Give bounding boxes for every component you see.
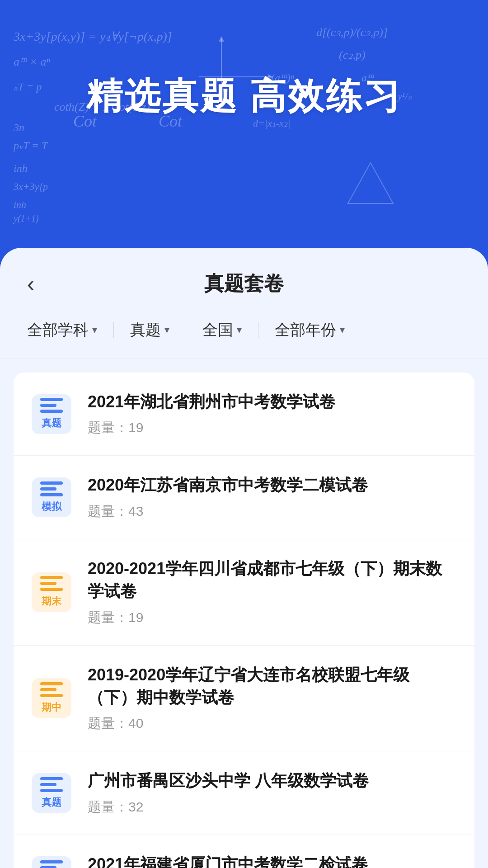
item-title: 广州市番禺区沙头中学 八年级数学试卷 (88, 769, 456, 792)
count-label: 题量： (88, 504, 128, 519)
badge-label: 真题 (42, 796, 61, 809)
count-value: 43 (128, 504, 143, 519)
item-content: 广州市番禺区沙头中学 八年级数学试卷 题量：32 (88, 769, 456, 816)
filter-region-arrow: ▾ (237, 324, 242, 336)
hero-title: 精选真题 高效练习 (0, 0, 488, 121)
badge-moni: 模拟 (32, 477, 71, 517)
card-header: ‹ 真题套卷 (0, 248, 488, 311)
filter-subject-label: 全部学科 (27, 320, 89, 340)
badge-label: 期末 (42, 594, 61, 608)
svg-text:y(1+1): y(1+1) (13, 213, 39, 224)
back-button[interactable]: ‹ (27, 271, 54, 296)
item-content: 2021年福建省厦门市中考数学二检试卷 题量： (88, 853, 456, 868)
filter-year[interactable]: 全部年份 ▾ (275, 315, 345, 345)
filter-region[interactable]: 全国 ▾ (202, 315, 242, 345)
filter-type-arrow: ▾ (164, 324, 169, 336)
item-title: 2020年江苏省南京市中考数学二模试卷 (88, 474, 456, 496)
badge-icon (40, 398, 63, 413)
page-title: 真题套卷 (54, 270, 434, 297)
item-meta: 题量：40 (88, 714, 456, 733)
count-value: 40 (128, 716, 143, 731)
count-label: 题量： (88, 799, 128, 814)
badge-qizhong: 期中 (32, 678, 71, 718)
count-label: 题量： (88, 610, 128, 625)
item-title: 2020-2021学年四川省成都市七年级（下）期末数学试卷 (88, 557, 456, 603)
item-content: 2020-2021学年四川省成都市七年级（下）期末数学试卷 题量：19 (88, 557, 456, 627)
filter-type[interactable]: 真题 ▾ (130, 315, 169, 345)
item-meta: 题量：19 (88, 609, 456, 627)
item-title: 2021年湖北省荆州市中考数学试卷 (88, 391, 456, 413)
badge-label: 期中 (42, 701, 61, 714)
count-label: 题量： (88, 716, 128, 731)
badge-icon (40, 481, 63, 496)
badge-icon (40, 682, 63, 697)
list-item[interactable]: 模拟 2020年江苏省南京市中考数学二模试卷 题量：43 (14, 456, 474, 539)
svg-text:3n: 3n (13, 122, 24, 133)
filter-type-label: 真题 (130, 320, 161, 340)
item-content: 2021年湖北省荆州市中考数学试卷 题量：19 (88, 391, 456, 437)
badge-label: 模拟 (42, 500, 61, 514)
list-item[interactable]: 真题 2021年湖北省荆州市中考数学试卷 题量：19 (14, 373, 474, 456)
item-title: 2019-2020学年辽宁省大连市名校联盟七年级（下）期中数学试卷 (88, 664, 456, 709)
badge-qimo: 期末 (32, 572, 71, 612)
badge-zhenti: 真题 (32, 394, 71, 434)
badge-icon (40, 777, 63, 792)
filter-year-arrow: ▾ (340, 324, 345, 336)
item-meta: 题量：19 (88, 419, 456, 437)
item-content: 2019-2020学年辽宁省大连市名校联盟七年级（下）期中数学试卷 题量：40 (88, 664, 456, 733)
svg-text:inh: inh (14, 162, 28, 174)
filter-divider-3 (258, 322, 258, 338)
filter-bar: 全部学科 ▾ 真题 ▾ 全国 ▾ 全部年份 ▾ (0, 311, 488, 359)
list-item[interactable]: 期末 2020-2021学年四川省成都市七年级（下）期末数学试卷 题量：19 (14, 539, 474, 646)
item-meta: 题量：32 (88, 798, 456, 816)
exam-list: 真题 2021年湖北省荆州市中考数学试卷 题量：19 模拟 2020年江苏省南 (14, 373, 474, 868)
filter-region-label: 全国 (202, 320, 233, 340)
count-value: 19 (128, 610, 143, 625)
badge-icon (40, 576, 63, 591)
item-meta: 题量：43 (88, 502, 456, 521)
filter-year-label: 全部年份 (275, 320, 336, 340)
filter-divider-1 (113, 322, 114, 338)
svg-text:pᵥT = T: pᵥT = T (13, 140, 48, 151)
item-title: 2021年福建省厦门市中考数学二检试卷 (88, 853, 456, 868)
filter-divider-2 (186, 322, 186, 338)
badge-label: 真题 (42, 416, 61, 430)
list-item[interactable]: 真题 2021年福建省厦门市中考数学二检试卷 题量： (14, 835, 474, 868)
count-label: 题量： (88, 420, 128, 435)
count-value: 19 (128, 420, 143, 435)
main-card: ‹ 真题套卷 全部学科 ▾ 真题 ▾ 全国 ▾ 全部年份 ▾ (0, 248, 488, 868)
badge-zhenti: 真题 (32, 773, 71, 813)
list-item[interactable]: 期中 2019-2020学年辽宁省大连市名校联盟七年级（下）期中数学试卷 题量：… (14, 646, 474, 752)
svg-marker-21 (348, 163, 393, 203)
badge-zhenti: 真题 (32, 856, 71, 868)
filter-subject[interactable]: 全部学科 ▾ (27, 315, 97, 345)
svg-text:inh: inh (14, 199, 26, 210)
item-content: 2020年江苏省南京市中考数学二模试卷 题量：43 (88, 474, 456, 520)
svg-text:3x+3y[p: 3x+3y[p (13, 181, 48, 192)
filter-subject-arrow: ▾ (92, 324, 97, 336)
count-value: 32 (128, 799, 143, 814)
badge-icon (40, 860, 63, 868)
list-item[interactable]: 真题 广州市番禺区沙头中学 八年级数学试卷 题量：32 (14, 751, 474, 835)
